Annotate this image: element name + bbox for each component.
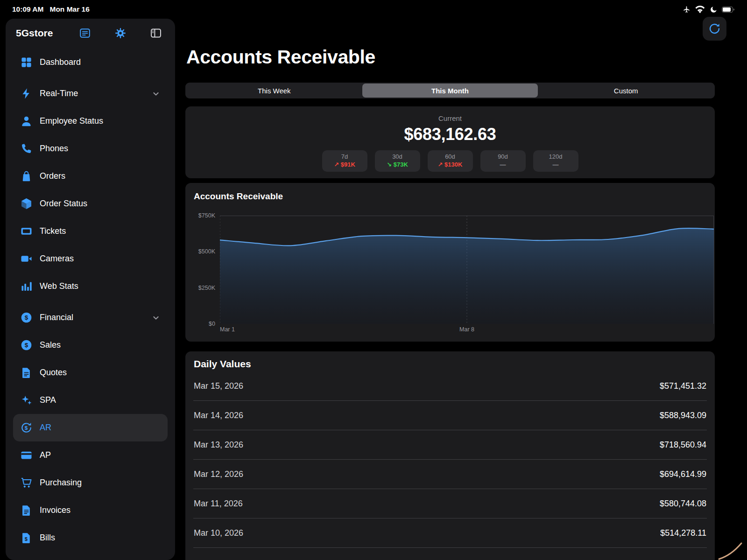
sidebar-item-label: Bills bbox=[40, 533, 161, 543]
row-date: Mar 13, 2026 bbox=[194, 440, 243, 450]
chart-plot bbox=[220, 216, 714, 324]
cube-icon bbox=[20, 197, 33, 210]
doc-icon bbox=[20, 366, 33, 379]
daily-values-title: Daily Values bbox=[193, 351, 707, 371]
sidebar-item-order-status[interactable]: Order Status bbox=[13, 190, 168, 217]
sidebar-item-employee-status[interactable]: Employee Status bbox=[13, 107, 168, 135]
row-value: $718,560.94 bbox=[660, 440, 706, 450]
delta-chip-30d[interactable]: 30d↘ $73K bbox=[375, 150, 420, 172]
sidebar-item-sales[interactable]: $Sales bbox=[13, 331, 168, 359]
delta-chip-120d[interactable]: 120d— bbox=[533, 150, 578, 172]
y-axis-label: $0 bbox=[209, 321, 215, 327]
sidebar-header: 5Gstore bbox=[6, 19, 175, 41]
current-summary-card: Current $683,162.63 7d↗ $91K30d↘ $73K60d… bbox=[185, 106, 715, 178]
chart-y-axis: $0$250K$500K$750K bbox=[193, 216, 219, 324]
doc-icon bbox=[20, 504, 33, 517]
sparkles-icon bbox=[20, 394, 33, 406]
row-date: Mar 14, 2026 bbox=[194, 411, 243, 420]
daily-values-card: Daily Values Mar 15, 2026$571,451.32Mar … bbox=[185, 351, 715, 560]
sidebar-item-label: Quotes bbox=[40, 368, 161, 378]
sidebar-header-icons bbox=[79, 27, 162, 39]
status-date: Mon Mar 16 bbox=[49, 5, 89, 14]
phone-icon bbox=[20, 142, 33, 155]
sidebar-item-invoices[interactable]: Invoices bbox=[13, 497, 168, 524]
cart-icon bbox=[20, 476, 33, 489]
svg-text:$: $ bbox=[25, 536, 28, 542]
chip-period-label: 30d bbox=[392, 153, 402, 161]
chart-card: Accounts Receivable $0$250K$500K$750K Ma… bbox=[185, 183, 715, 342]
table-row: Mar 13, 2026$718,560.94 bbox=[193, 430, 707, 460]
chart-bar-icon bbox=[20, 280, 33, 293]
battery-icon bbox=[722, 7, 735, 13]
sidebar-item-label: Real-Time bbox=[40, 89, 151, 98]
chevron-down-icon bbox=[151, 89, 161, 98]
sidebar-item-phones[interactable]: Phones bbox=[13, 135, 168, 162]
chip-period-label: 7d bbox=[341, 153, 348, 161]
sidebar-item-cameras[interactable]: Cameras bbox=[13, 245, 168, 273]
grid-icon bbox=[20, 56, 33, 69]
tab-custom[interactable]: Custom bbox=[538, 84, 714, 98]
chevron-down-icon bbox=[151, 313, 161, 322]
app-title: 5Gstore bbox=[16, 28, 53, 39]
credit-card-icon bbox=[20, 449, 33, 462]
sidebar-item-label: Financial bbox=[40, 313, 151, 322]
sidebar-item-label: Cameras bbox=[40, 254, 161, 264]
sidebar-item-label: Web Stats bbox=[40, 281, 161, 291]
sidebar-item-label: Sales bbox=[40, 340, 161, 350]
sidebar-item-dashboard[interactable]: Dashboard bbox=[13, 49, 168, 76]
svg-text:$: $ bbox=[25, 342, 28, 349]
y-axis-label: $500K bbox=[198, 248, 215, 255]
sidebar-item-quotes[interactable]: Quotes bbox=[13, 359, 168, 386]
row-value: $580,744.08 bbox=[660, 499, 706, 509]
ticket-icon bbox=[20, 225, 33, 238]
sidebar-item-ap[interactable]: AP bbox=[13, 441, 168, 469]
x-axis-label: Mar 8 bbox=[459, 326, 474, 333]
forms-list-icon[interactable] bbox=[79, 27, 91, 39]
tab-this-month[interactable]: This Month bbox=[362, 84, 538, 98]
row-value: $694,614.99 bbox=[660, 469, 706, 479]
doc-dollar-icon: $ bbox=[20, 532, 33, 544]
page-title: Accounts Receivable bbox=[186, 46, 375, 68]
row-value: $514,278.11 bbox=[660, 528, 706, 538]
sidebar-item-tickets[interactable]: Tickets bbox=[13, 217, 168, 245]
sidebar-item-bills[interactable]: $Bills bbox=[13, 524, 168, 552]
chip-value: ↗ $130K bbox=[438, 161, 463, 169]
sidebar-item-ar[interactable]: $AR bbox=[13, 414, 168, 441]
delta-chip-90d[interactable]: 90d— bbox=[480, 150, 526, 172]
sidebar-item-label: Invoices bbox=[40, 505, 161, 515]
y-axis-label: $250K bbox=[198, 285, 215, 291]
tab-this-week[interactable]: This Week bbox=[186, 84, 362, 98]
table-row: Mar 14, 2026$588,943.09 bbox=[193, 401, 707, 430]
row-date: Mar 11, 2026 bbox=[194, 499, 243, 509]
sidebar-item-label: Employee Status bbox=[40, 116, 161, 126]
settings-gear-icon[interactable] bbox=[114, 27, 127, 39]
sidebar-item-label: AP bbox=[40, 450, 161, 460]
daily-values-list: Mar 15, 2026$571,451.32Mar 14, 2026$588,… bbox=[193, 371, 707, 548]
table-row: Mar 12, 2026$694,614.99 bbox=[193, 460, 707, 489]
row-value: $571,451.32 bbox=[660, 381, 706, 391]
bolt-icon bbox=[20, 87, 33, 100]
sidebar-item-label: Tickets bbox=[40, 226, 161, 236]
delta-chip-7d[interactable]: 7d↗ $91K bbox=[322, 150, 367, 172]
chip-value: ↘ $73K bbox=[387, 161, 408, 169]
chip-value: — bbox=[553, 161, 559, 169]
current-label: Current bbox=[438, 114, 462, 122]
svg-text:$: $ bbox=[25, 425, 28, 431]
row-value: $588,943.09 bbox=[660, 411, 706, 420]
chart-body: $0$250K$500K$750K Mar 1Mar 8 bbox=[193, 216, 714, 324]
chart-x-axis: Mar 1Mar 8 bbox=[220, 324, 714, 334]
sidebar-item-label: SPA bbox=[40, 395, 161, 405]
sidebar-item-purchasing[interactable]: Purchasing bbox=[13, 469, 168, 497]
chip-period-label: 60d bbox=[445, 153, 455, 161]
table-row: Mar 11, 2026$580,744.08 bbox=[193, 489, 707, 518]
sidebar-item-financial[interactable]: $Financial bbox=[13, 304, 168, 331]
sidebar-item-spa[interactable]: SPA bbox=[13, 386, 168, 414]
sidebar-item-web-stats[interactable]: Web Stats bbox=[13, 273, 168, 300]
delta-chip-60d[interactable]: 60d↗ $130K bbox=[428, 150, 473, 172]
corner-indicator bbox=[717, 539, 747, 560]
delta-chips: 7d↗ $91K30d↘ $73K60d↗ $130K90d—120d— bbox=[322, 150, 578, 172]
sidebar-item-real-time[interactable]: Real-Time bbox=[13, 80, 168, 107]
sidebar-item-orders[interactable]: Orders bbox=[13, 162, 168, 190]
sidebar-toggle-icon[interactable] bbox=[150, 27, 162, 39]
chip-value: ↗ $91K bbox=[334, 161, 355, 169]
